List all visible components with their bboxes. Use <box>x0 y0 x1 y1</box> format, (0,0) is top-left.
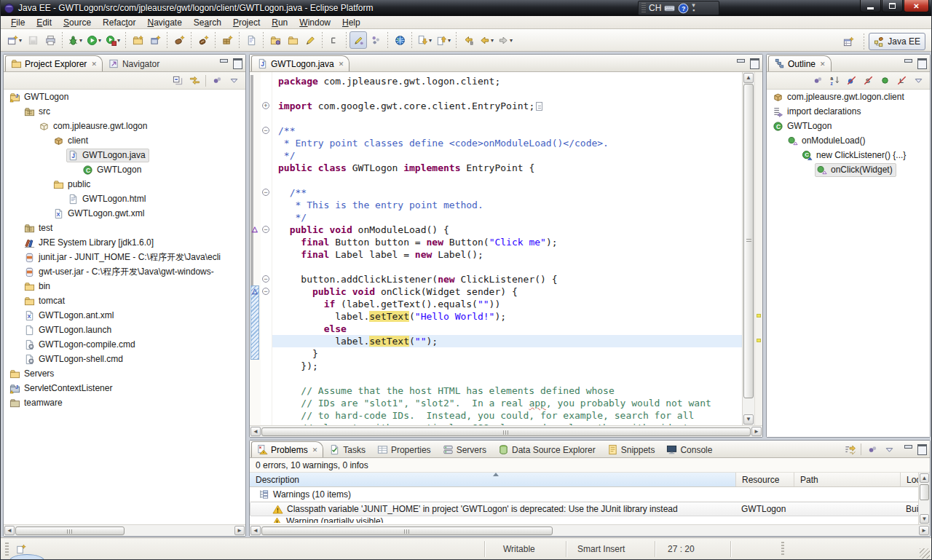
previous-annotation-button[interactable]: ▾ <box>434 31 453 49</box>
tree-item-bin[interactable]: bin <box>4 279 245 293</box>
tab-problems[interactable]: Problems✕ <box>251 441 323 457</box>
maximize-editor-icon[interactable] <box>749 58 759 67</box>
close-tab-icon[interactable]: ✕ <box>91 60 97 68</box>
new-servlet-button[interactable] <box>146 31 164 49</box>
collapse-icon[interactable]: − <box>262 275 269 283</box>
tree-item-gwtlogon-shell-cmd[interactable]: GWTLogon-shell.cmd <box>4 352 245 366</box>
tree-item-gwt-user-jar-c-java-gwt-windows[interactable]: gwt-user.jar - C:\程序开发\Java\gwt-windows- <box>4 264 245 279</box>
view-menu-button[interactable] <box>226 74 241 88</box>
tree-item-gwtlogon-gwt-xml[interactable]: XGWTLogon.gwt.xml <box>4 206 245 221</box>
dropdown-arrow-icon[interactable]: ▾ <box>491 37 494 44</box>
tab-servers[interactable]: Servers <box>437 441 492 457</box>
filter-button[interactable] <box>842 442 857 457</box>
dropdown-arrow-icon[interactable]: ▾ <box>448 37 451 44</box>
restore-button[interactable] <box>882 0 903 12</box>
scroll-right-icon[interactable]: ► <box>919 526 929 535</box>
tab-properties[interactable]: Properties <box>371 441 437 457</box>
column-header-path[interactable]: Path <box>794 473 901 486</box>
scroll-left-icon[interactable]: ◄ <box>4 526 15 535</box>
maximize-view-icon[interactable] <box>917 444 927 453</box>
web-browser-button[interactable] <box>391 31 408 49</box>
problems-hscrollbar[interactable]: ◄ ► <box>250 524 930 536</box>
expand-icon[interactable]: + <box>262 102 269 109</box>
minimize-view-icon[interactable] <box>903 444 913 453</box>
dropdown-arrow-icon[interactable]: ▾ <box>79 37 82 44</box>
menu-window[interactable]: Window <box>293 17 336 28</box>
folding-ruler[interactable]: +−−−−− <box>261 72 272 425</box>
overview-ruler[interactable] <box>754 72 762 425</box>
help-icon[interactable]: ? <box>678 3 689 14</box>
tree-item-gwtlogon-launch[interactable]: GWTLogon.launch <box>4 323 245 337</box>
tree-item-onmoduleload[interactable]: onModuleLoad() <box>767 133 930 148</box>
language-bar-grip[interactable] <box>641 3 646 13</box>
column-header-description[interactable]: Description <box>250 473 736 486</box>
scroll-right-icon[interactable]: ► <box>751 427 762 436</box>
language-bar[interactable]: CH ? ▾▪ <box>638 1 719 15</box>
tree-item-test[interactable]: test <box>4 221 245 235</box>
project-explorer-hscrollbar[interactable]: ◄ ► <box>4 524 245 536</box>
problems-table[interactable]: Warnings (10 items)Classpath variable 'J… <box>250 487 930 528</box>
maximize-view-icon[interactable] <box>232 58 242 67</box>
tree-item-public[interactable]: public <box>4 177 245 192</box>
tab-data-source-explorer[interactable]: Data Source Explorer <box>492 441 601 457</box>
tab-outline[interactable]: Outline ✕ <box>768 55 832 71</box>
last-edit-location-button[interactable] <box>459 31 477 49</box>
view-menu-button[interactable] <box>911 74 925 88</box>
tree-item-gwtlogon[interactable]: CGWTLogon <box>767 119 930 133</box>
tree-item-servers[interactable]: Servers <box>4 366 245 381</box>
language-bar-menu-icon[interactable]: ▾▪ <box>692 3 695 13</box>
tree-item-gwtlogon[interactable]: JGWTLogon <box>4 90 245 104</box>
tree-item-gwtlogon-java[interactable]: JGWTLogon.java <box>4 148 245 162</box>
tree-item-junit-jar-junit-home-c-java-ecli[interactable]: junit.jar - JUNIT_HOME - C:\程序开发\Java\ec… <box>4 250 245 264</box>
hide-static-button[interactable]: S <box>861 74 875 88</box>
menu-source[interactable]: Source <box>58 17 97 28</box>
problem-row[interactable]: Classpath variable 'JUNIT_HOME' in proje… <box>250 502 930 516</box>
tab-tasks[interactable]: Tasks <box>323 441 371 457</box>
debug-button[interactable]: ▾ <box>66 31 84 49</box>
new-wizard-button[interactable]: ▾ <box>5 31 24 49</box>
scroll-left-icon[interactable]: ◄ <box>250 526 261 535</box>
minimize-view-icon[interactable] <box>218 58 229 67</box>
menu-navigate[interactable]: Navigate <box>141 17 187 28</box>
tree-item-onclick-widget[interactable]: onClick(Widget) <box>767 162 930 177</box>
code-editor[interactable]: △△ +−−−−− package com.jpleausre.gwt.logo… <box>250 72 762 425</box>
language-badge[interactable]: CH <box>649 3 661 13</box>
tree-item-client[interactable]: client <box>4 133 245 148</box>
print-button[interactable] <box>42 31 59 49</box>
close-button[interactable]: ✕ <box>904 0 929 12</box>
search-pen-button[interactable] <box>301 31 319 49</box>
minimize-view-icon[interactable] <box>903 58 913 67</box>
save-button[interactable] <box>24 31 42 49</box>
column-header-resource[interactable]: Resource <box>736 473 794 486</box>
tree-item-gwtlogon-compile-cmd[interactable]: GWTLogon-compile.cmd <box>4 337 245 352</box>
tree-item-teamware[interactable]: teamware <box>4 395 245 410</box>
minimize-editor-icon[interactable] <box>735 58 746 67</box>
column-header-location[interactable]: Location <box>901 473 920 486</box>
hide-local-button[interactable]: L <box>894 74 909 88</box>
problem-row-partial[interactable]: Warning (partially visible) <box>250 516 930 523</box>
maximize-view-icon[interactable] <box>917 58 927 67</box>
tree-item-src[interactable]: src <box>4 104 245 119</box>
dropdown-arrow-icon[interactable]: ▾ <box>429 37 432 44</box>
new-ejb-button[interactable] <box>170 31 188 49</box>
mark-occurrences-button[interactable] <box>350 31 367 49</box>
back-button[interactable]: ▾ <box>477 31 496 49</box>
sort-button[interactable]: az <box>827 74 842 88</box>
outline-tree[interactable]: com.jpleausre.gwt.logon.clientimport dec… <box>767 90 930 437</box>
view-focus-button[interactable] <box>210 74 224 88</box>
code-text[interactable]: package com.jpleausre.gwt.logon.client; … <box>272 72 742 425</box>
open-type-button[interactable] <box>266 31 284 49</box>
menu-project[interactable]: Project <box>227 17 266 28</box>
occurrence-mark[interactable] <box>757 339 761 342</box>
new-bean-button[interactable] <box>194 31 212 49</box>
scroll-down-icon[interactable]: ▼ <box>743 414 754 425</box>
tree-item-gwtlogon-ant-xml[interactable]: XGWTLogon.ant.xml <box>4 308 245 323</box>
scroll-left-icon[interactable]: ◄ <box>250 427 261 436</box>
scroll-up-icon[interactable]: ▲ <box>920 473 929 483</box>
snippet-button[interactable] <box>242 31 260 49</box>
link-with-editor-e-button[interactable] <box>325 31 343 49</box>
view-focus-button[interactable] <box>865 442 880 457</box>
scrollbar-thumb[interactable] <box>15 527 125 535</box>
tree-item-new-clicklistener[interactable]: Cnew ClickListener() {...} <box>767 148 930 162</box>
menu-edit[interactable]: Edit <box>31 17 58 28</box>
